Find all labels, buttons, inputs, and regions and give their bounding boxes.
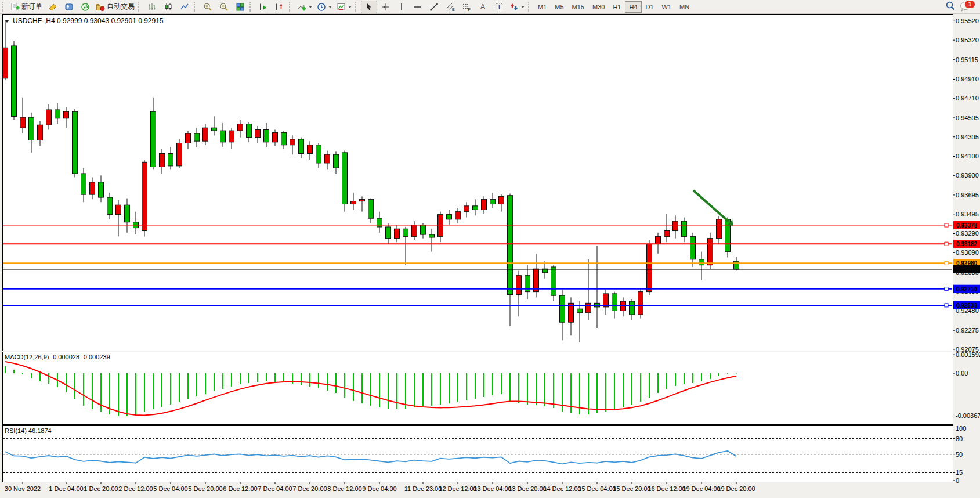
svg-text:15: 15	[956, 469, 963, 476]
tab-timeframe-d1[interactable]: D1	[642, 1, 658, 13]
price-badge-label: 0.92710	[956, 286, 978, 293]
tab-timeframe-m30[interactable]: M30	[588, 1, 609, 13]
zoom-out-button[interactable]	[216, 1, 232, 13]
candlestick-chart-button[interactable]	[160, 1, 176, 13]
candle-body	[516, 276, 522, 295]
candlestick-chart-icon	[164, 2, 173, 12]
rsi-label: RSI(14) 46.1874	[5, 427, 52, 434]
arrows-icon	[509, 2, 519, 12]
svg-text:0.94505: 0.94505	[956, 114, 979, 121]
svg-text:0.93495: 0.93495	[956, 211, 979, 218]
time-axis-label: 15 Dec 20:00	[613, 485, 650, 492]
svg-text:80: 80	[956, 435, 963, 442]
auto-scroll-button[interactable]	[255, 1, 272, 13]
auto-trading-label: 自动交易	[107, 2, 135, 12]
signals-icon	[81, 2, 90, 12]
candle-body	[351, 201, 356, 204]
toolbar-grip	[2, 2, 6, 12]
candle-body	[499, 196, 504, 204]
line-chart-button[interactable]	[176, 1, 193, 13]
candle-body	[151, 111, 156, 167]
navigator-button[interactable]	[61, 1, 77, 13]
periods-button[interactable]	[314, 1, 334, 13]
arrows-button[interactable]	[507, 1, 527, 13]
candle-body	[203, 128, 208, 141]
text-button[interactable]: A	[475, 1, 491, 13]
candle-body	[46, 110, 52, 125]
time-axis-label: 12 Dec 12:00	[439, 485, 476, 492]
candle-body	[264, 129, 269, 142]
candle-body	[73, 111, 78, 174]
candle-body	[508, 196, 513, 295]
svg-text:0.93900: 0.93900	[956, 172, 979, 179]
price-badge-label: 0.93182	[956, 241, 978, 247]
indicators-button[interactable]	[295, 1, 314, 13]
tab-timeframe-h1[interactable]: H1	[609, 1, 625, 13]
equidistant-channel-button[interactable]: E	[442, 1, 458, 13]
tab-timeframe-m1[interactable]: M1	[534, 1, 551, 13]
tab-timeframe-m5[interactable]: M5	[551, 1, 567, 13]
candle-body	[377, 218, 382, 227]
tab-timeframe-w1[interactable]: W1	[658, 1, 676, 13]
horizontal-line-icon	[413, 2, 422, 12]
line-handle[interactable]	[945, 223, 948, 227]
candle-body	[107, 197, 113, 215]
candle-body	[455, 212, 461, 219]
vertical-line-button[interactable]	[393, 1, 410, 13]
candle-body	[81, 174, 86, 194]
search-icon[interactable]	[945, 1, 956, 13]
line-handle[interactable]	[945, 242, 948, 246]
candle-body	[116, 205, 121, 214]
indicators-icon	[297, 2, 306, 12]
trendline-button[interactable]	[426, 1, 442, 13]
tab-timeframe-m15[interactable]: M15	[568, 1, 588, 13]
chart-canvas[interactable]: 0.955200.953200.951150.949100.947100.945…	[0, 14, 980, 498]
svg-text:0.95320: 0.95320	[956, 37, 979, 44]
tab-timeframe-h4[interactable]: H4	[625, 1, 641, 13]
candle-body	[403, 229, 408, 236]
candle-body	[647, 244, 652, 292]
toolbar-grip	[194, 2, 197, 12]
svg-text:0: 0	[956, 477, 959, 484]
zoom-in-button[interactable]	[200, 1, 216, 13]
tile-windows-button[interactable]	[232, 1, 248, 13]
time-axis-label: 6 Dec 12:00	[223, 485, 257, 492]
crosshair-button[interactable]	[377, 1, 393, 13]
candle-body	[160, 154, 165, 167]
fibonacci-button[interactable]: F	[458, 1, 475, 13]
chart-shift-icon	[275, 2, 284, 12]
chart-shift-button[interactable]	[272, 1, 288, 13]
auto-trading-icon	[96, 2, 105, 12]
time-axis-label: 15 Dec 04:00	[578, 485, 616, 492]
auto-trading-button[interactable]: 自动交易	[93, 1, 137, 13]
candle-body	[612, 294, 617, 311]
time-axis-label: 5 Dec 20:00	[188, 485, 222, 492]
time-axis-label: 30 Nov 2022	[5, 485, 41, 492]
line-handle[interactable]	[945, 304, 948, 307]
tab-timeframe-mn[interactable]: MN	[675, 1, 693, 13]
candle-body	[299, 139, 304, 154]
new-order-button[interactable]: 新订单	[8, 1, 45, 13]
svg-text:0.93090: 0.93090	[956, 249, 979, 256]
panel-toggle-button[interactable]	[45, 1, 61, 13]
candle-body	[630, 301, 635, 315]
candle-body	[638, 292, 643, 315]
candle-body	[368, 199, 374, 218]
text-label-button[interactable]: T	[491, 1, 507, 13]
signals-button[interactable]	[77, 1, 93, 13]
cursor-icon	[364, 2, 374, 12]
line-handle[interactable]	[945, 261, 948, 265]
candle-body	[421, 225, 426, 234]
cursor-button[interactable]	[361, 1, 377, 13]
candle-body	[664, 231, 670, 237]
candle-body	[621, 301, 626, 311]
horizontal-line-button[interactable]	[410, 1, 426, 13]
candle-body	[360, 199, 365, 201]
line-handle[interactable]	[945, 287, 948, 291]
candle-body	[20, 117, 26, 128]
candle-body	[194, 133, 200, 141]
chat-button[interactable]: 1	[959, 1, 974, 13]
templates-button[interactable]	[334, 1, 354, 13]
candle-body	[290, 139, 295, 145]
bars-chart-button[interactable]	[144, 1, 160, 13]
